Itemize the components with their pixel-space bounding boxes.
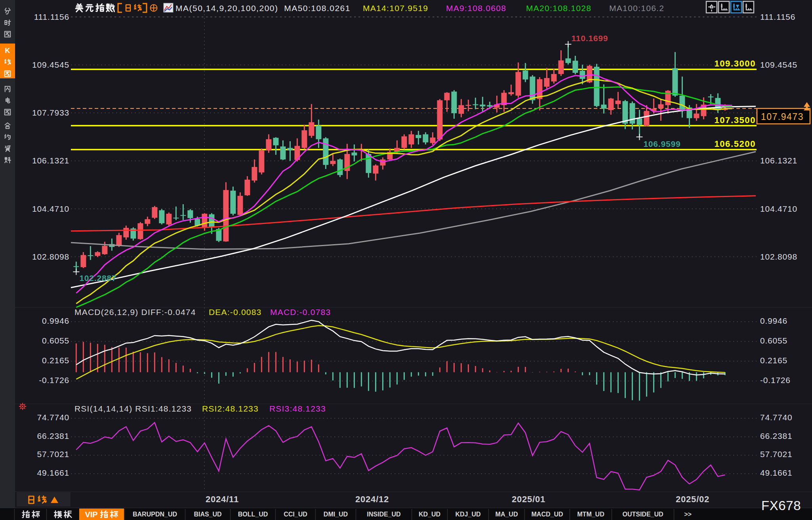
svg-text:>>: >> xyxy=(684,511,692,518)
svg-text:FX678: FX678 xyxy=(761,498,801,513)
svg-text:107.3500: 107.3500 xyxy=(714,115,756,125)
svg-text:74.7740: 74.7740 xyxy=(37,413,69,422)
svg-text:RSI3:48.1233: RSI3:48.1233 xyxy=(269,404,326,413)
svg-text:102.8098: 102.8098 xyxy=(32,252,69,261)
svg-text:109.3000: 109.3000 xyxy=(714,59,756,68)
svg-text:0.2165: 0.2165 xyxy=(42,356,69,365)
svg-text:0.6055: 0.6055 xyxy=(760,336,787,345)
svg-text:106.1321: 106.1321 xyxy=(32,156,69,165)
svg-text:102.8098: 102.8098 xyxy=(760,252,797,261)
svg-text:107.9473: 107.9473 xyxy=(761,112,804,122)
svg-text:MACD_UD: MACD_UD xyxy=(532,511,563,518)
svg-text:57.7021: 57.7021 xyxy=(37,450,69,459)
svg-text:66.2381: 66.2381 xyxy=(760,431,793,440)
svg-text:109.4545: 109.4545 xyxy=(32,60,69,69)
svg-text:2025/02: 2025/02 xyxy=(676,494,709,504)
svg-text:66.2381: 66.2381 xyxy=(37,431,69,440)
svg-text:106.1321: 106.1321 xyxy=(760,156,797,165)
svg-text:0.9946: 0.9946 xyxy=(42,316,69,325)
svg-text:K: K xyxy=(5,47,10,55)
svg-text:106.5200: 106.5200 xyxy=(714,139,756,149)
svg-text:INSIDE_UD: INSIDE_UD xyxy=(367,511,400,518)
svg-text:0.9946: 0.9946 xyxy=(760,316,787,325)
svg-text:CCI_UD: CCI_UD xyxy=(284,511,307,518)
svg-text:102.2887: 102.2887 xyxy=(79,273,116,283)
svg-text:MA(50,14,9,20,100,200) MA50:1: MA(50,14,9,20,100,200) MA50:108.0261 xyxy=(175,4,351,13)
svg-text:MA_UD: MA_UD xyxy=(496,511,518,518)
svg-text:RSI(14,14,14) RSI1:48.1233: RSI(14,14,14) RSI1:48.1233 xyxy=(74,404,192,413)
svg-text:DEA:-0.0083: DEA:-0.0083 xyxy=(209,307,261,317)
svg-text:MACD:-0.0783: MACD:-0.0783 xyxy=(270,307,331,317)
svg-text:49.1661: 49.1661 xyxy=(760,468,793,477)
svg-text:MACD(26,12,9) DIFF:-0.0474: MACD(26,12,9) DIFF:-0.0474 xyxy=(74,307,196,317)
svg-text:0.2165: 0.2165 xyxy=(760,356,787,365)
svg-text:KD_UD: KD_UD xyxy=(419,511,440,518)
svg-text:MA100:106.2: MA100:106.2 xyxy=(609,4,664,13)
svg-text:BOLL_UD: BOLL_UD xyxy=(238,511,268,518)
svg-text:MA14:107.9519: MA14:107.9519 xyxy=(363,4,428,13)
svg-text:KDJ_UD: KDJ_UD xyxy=(455,511,480,518)
svg-text:109.4545: 109.4545 xyxy=(760,60,797,69)
svg-text:VIP: VIP xyxy=(85,510,97,519)
svg-text:MTM_UD: MTM_UD xyxy=(577,511,604,518)
svg-text:-0.1726: -0.1726 xyxy=(760,376,791,385)
svg-text:2024/11: 2024/11 xyxy=(206,494,239,504)
svg-text:110.1699: 110.1699 xyxy=(571,34,608,43)
svg-text:111.1156: 111.1156 xyxy=(760,12,795,21)
svg-text:104.4710: 104.4710 xyxy=(32,204,69,213)
svg-text:104.4710: 104.4710 xyxy=(760,204,797,213)
svg-text:MA9:108.0608: MA9:108.0608 xyxy=(446,4,506,13)
svg-text:BARUPDN_UD: BARUPDN_UD xyxy=(133,511,177,518)
svg-text:BIAS_UD: BIAS_UD xyxy=(194,511,221,518)
svg-text:DMI_UD: DMI_UD xyxy=(324,511,348,518)
svg-text:2025/01: 2025/01 xyxy=(512,494,545,504)
svg-text:49.1661: 49.1661 xyxy=(37,468,69,477)
svg-text:107.7933: 107.7933 xyxy=(32,108,69,117)
svg-text:106.9599: 106.9599 xyxy=(643,139,680,148)
svg-text:-0.1726: -0.1726 xyxy=(39,376,69,385)
svg-text:111.1156: 111.1156 xyxy=(34,12,69,21)
svg-text:RSI2:48.1233: RSI2:48.1233 xyxy=(202,404,259,413)
svg-text:57.7021: 57.7021 xyxy=(760,450,793,459)
svg-text:OUTSIDE_UD: OUTSIDE_UD xyxy=(622,511,663,518)
svg-text:74.7740: 74.7740 xyxy=(760,413,793,422)
svg-text:MA20:108.1028: MA20:108.1028 xyxy=(526,4,591,13)
svg-text:0.6055: 0.6055 xyxy=(42,336,69,345)
svg-text:2024/12: 2024/12 xyxy=(355,494,389,504)
